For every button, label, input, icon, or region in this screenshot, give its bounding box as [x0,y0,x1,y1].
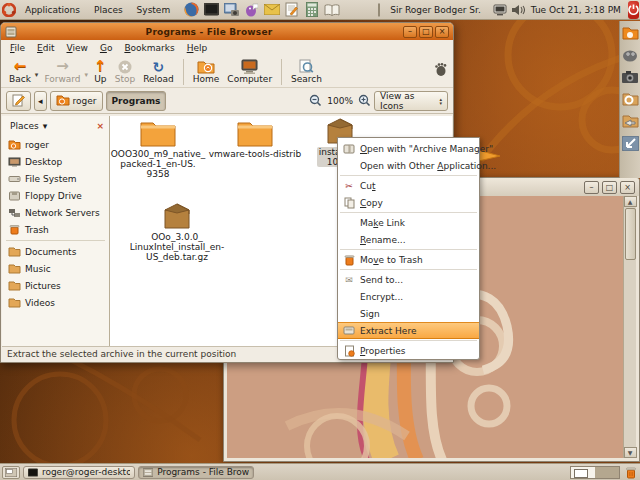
sidebar-separator [6,240,105,241]
close-button[interactable]: × [620,181,635,194]
menu-file[interactable]: File [5,41,30,55]
gimp-icon[interactable] [621,46,639,64]
firefox-launcher-icon[interactable] [183,1,200,18]
file-item-ooo-targz-archive[interactable]: OOo_3.0.0_ LinuxIntel_install_en- US_deb… [122,202,232,262]
maximize-button[interactable]: □ [419,26,433,38]
dictionary-launcher-icon[interactable] [323,1,340,18]
pidgin-launcher-icon[interactable] [243,1,260,18]
sidebar-close-button[interactable]: × [94,121,106,131]
menu-item-rename[interactable]: Rename... [338,231,479,248]
sidebar-item-pictures[interactable]: Pictures [2,277,109,294]
menu-item-open-with-archive-manager[interactable]: Open with "Archive Manager" [338,140,479,157]
zoom-in-button[interactable] [358,94,371,107]
toolbar-separator [183,59,184,85]
task-button-terminal[interactable]: roger@roger-deskto... [23,466,135,479]
back-button[interactable]: ← Back [5,57,35,85]
stop-icon [118,58,132,75]
text-editor-launcher-icon[interactable] [283,1,300,18]
view-mode-select[interactable]: View as Icons ▴▾ [374,91,448,111]
task-button-file-browser[interactable]: Programs - File Brow... [138,466,254,479]
home-folder-icon[interactable] [621,24,639,42]
file-browser-titlebar[interactable]: Programs - File Browser – □ × [1,23,453,40]
mail-launcher-icon[interactable] [263,1,280,18]
menu-item-properties[interactable]: Properties [338,342,479,359]
sidebar-item-videos[interactable]: Videos [2,294,109,311]
up-button[interactable]: ↑ Up [90,57,111,85]
crumb-scroll-left[interactable]: ◂ [34,91,47,111]
places-menu[interactable]: Places [89,3,128,17]
maximize-button[interactable]: □ [602,181,617,194]
extract-icon [342,326,356,335]
volume-icon[interactable] [511,4,525,16]
workspace-2[interactable] [595,467,619,478]
show-desktop-button[interactable] [2,466,20,479]
sidebar-item-documents[interactable]: Documents [2,243,109,260]
crumb-programs[interactable]: Programs [106,91,167,111]
file-item-vmware-folder[interactable]: vmware-tools-distrib [205,119,305,159]
computer-button[interactable]: Computer [223,57,276,85]
ubuntu-logo-icon[interactable] [2,3,16,17]
terminal-scrollbar[interactable]: ▲ ▼ [623,196,636,458]
sidebar-item-network[interactable]: Network Servers [2,204,109,221]
menu-item-cut[interactable]: ✂ Cut [338,177,479,194]
workspace-switcher[interactable] [570,466,620,479]
menu-help[interactable]: Help [182,41,213,55]
menu-item-move-to-trash[interactable]: Move to Trash [338,251,479,268]
user-switcher[interactable]: Sir Roger Bodger Sr. [390,5,481,15]
terminal-launcher-icon[interactable] [203,1,220,18]
home-folder-icon [56,95,70,106]
terminal-icon [28,468,38,477]
menu-item-make-link[interactable]: Make Link [338,214,479,231]
forward-button[interactable]: → Forward [40,57,84,85]
scroll-down-button[interactable]: ▼ [624,447,637,458]
sidebar-item-desktop[interactable]: Desktop [2,153,109,170]
menu-item-open-with-other[interactable]: Open with Other Application... [338,157,479,174]
workspace-1[interactable] [571,467,595,478]
back-history-caret[interactable]: ▾ [35,71,39,79]
deskbar-search-input[interactable] [378,3,380,17]
screenshot-launcher-icon[interactable] [223,1,240,18]
menu-item-sign[interactable]: Sign [338,305,479,322]
sidebar-item-roger[interactable]: roger [2,136,109,153]
sidebar-item-floppy[interactable]: Floppy Drive [2,187,109,204]
folder-share-icon[interactable] [621,112,639,130]
spinner-icon: ▴▾ [439,97,442,105]
crumb-roger[interactable]: roger [50,91,103,111]
trash-applet-icon[interactable] [623,465,638,480]
logout-power-button[interactable] [628,1,639,19]
window-switch-icon[interactable] [621,134,639,152]
folder-ring-icon[interactable] [621,90,639,108]
close-button[interactable]: × [435,26,449,38]
desktop-icon [8,157,21,167]
menu-edit[interactable]: Edit [32,41,59,55]
system-menu[interactable]: System [132,3,176,17]
forward-history-caret[interactable]: ▾ [85,71,89,79]
stop-button[interactable]: Stop [111,57,139,85]
sidebar-item-trash[interactable]: Trash [2,221,109,238]
menu-item-send-to[interactable]: ✉ Send to... [338,271,479,288]
menu-item-extract-here[interactable]: Extract Here [338,322,479,339]
menu-bookmarks[interactable]: Bookmarks [119,41,179,55]
menu-item-copy[interactable]: Copy [338,194,479,211]
scrollbar-thumb[interactable] [625,208,636,260]
minimize-button[interactable]: – [403,26,417,38]
menu-go[interactable]: Go [95,41,118,55]
sidebar-item-file-system[interactable]: File System [2,170,109,187]
scroll-up-button[interactable]: ▲ [624,196,637,207]
reload-button[interactable]: ↻ Reload [139,57,178,85]
places-selector[interactable]: Places ▾ [5,119,91,133]
search-button[interactable]: Search [287,57,326,85]
menu-item-encrypt[interactable]: Encrypt... [338,288,479,305]
clock-applet[interactable]: Tue Oct 21, 3:18 PM [531,5,621,15]
edit-location-toggle[interactable] [6,91,31,111]
remote-screen-icon[interactable] [493,4,507,16]
sidebar-item-music[interactable]: Music [2,260,109,277]
calculator-launcher-icon[interactable] [303,1,320,18]
applications-menu[interactable]: Applications [20,3,85,17]
zoom-out-button[interactable] [309,94,322,107]
file-item-ooo300-folder[interactable]: OOO300_m9_native_ packed-1_en-US. 9358 [118,119,198,179]
minimize-button[interactable]: – [584,181,599,194]
camera-icon[interactable] [621,68,639,86]
menu-view[interactable]: View [62,41,93,55]
home-button[interactable]: Home [189,57,224,85]
